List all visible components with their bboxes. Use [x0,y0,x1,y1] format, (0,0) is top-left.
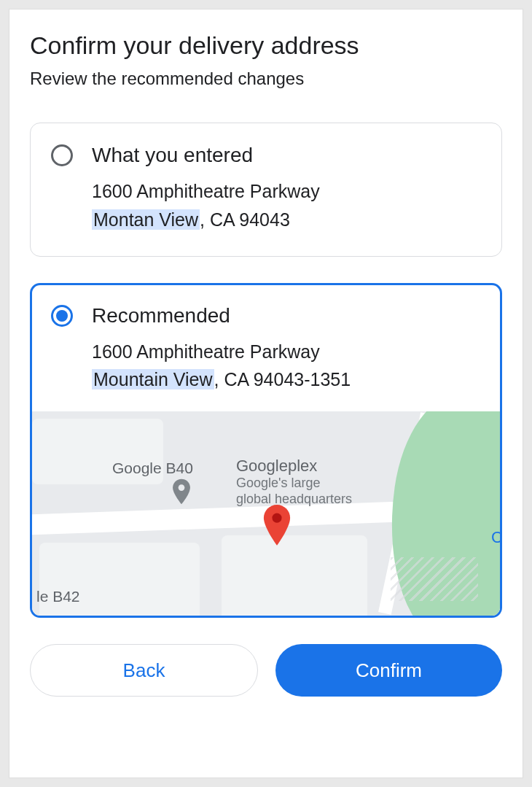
googleplex-sub2: global headquarters [236,492,352,508]
radio-recommended[interactable] [51,305,73,327]
page-subtitle: Review the recommended changes [30,69,502,89]
map-pin-red-icon [262,505,292,546]
map-label-gb40: Google B40 [112,459,193,477]
map-label-googleplex: Googleplex Google's large global headqua… [236,457,352,508]
recommended-rest: , CA 94043-1351 [214,369,351,389]
option-entered-header: What you entered [51,144,481,167]
recommended-line1: 1600 Amphitheatre Parkway [92,338,481,366]
map-label-b42: le B42 [36,587,80,605]
confirm-button[interactable]: Confirm [275,644,502,697]
map-label-c: C [491,528,500,547]
option-recommended[interactable]: Recommended 1600 Amphitheatre Parkway Mo… [30,283,502,619]
entered-address: 1600 Amphitheatre Parkway Montan View, C… [92,177,481,234]
radio-entered[interactable] [51,144,73,166]
dialog-container: Confirm your delivery address Review the… [9,9,523,778]
map-preview: Google B40 Googleplex Google's large glo… [32,411,500,616]
svg-point-1 [272,513,281,523]
page-title: Confirm your delivery address [30,31,502,60]
googleplex-title: Googleplex [236,457,352,476]
entered-line1: 1600 Amphitheatre Parkway [92,177,481,206]
entered-rest: , CA 94043 [200,209,290,230]
option-recommended-title: Recommended [92,304,230,327]
recommended-highlight: Mountain View [92,369,214,389]
option-recommended-header: Recommended [51,304,481,327]
googleplex-sub1: Google's large [236,476,352,492]
svg-point-0 [179,484,185,491]
map-pin-gray-icon [172,478,191,505]
button-row: Back Confirm [30,644,502,697]
entered-highlight: Montan View [92,209,200,230]
option-entered[interactable]: What you entered 1600 Amphitheatre Parkw… [30,123,502,257]
option-entered-title: What you entered [92,144,253,167]
recommended-line2: Mountain View, CA 94043-1351 [92,365,481,394]
back-button[interactable]: Back [30,644,258,697]
entered-line2: Montan View, CA 94043 [92,206,481,234]
recommended-address: 1600 Amphitheatre Parkway Mountain View,… [92,338,481,395]
